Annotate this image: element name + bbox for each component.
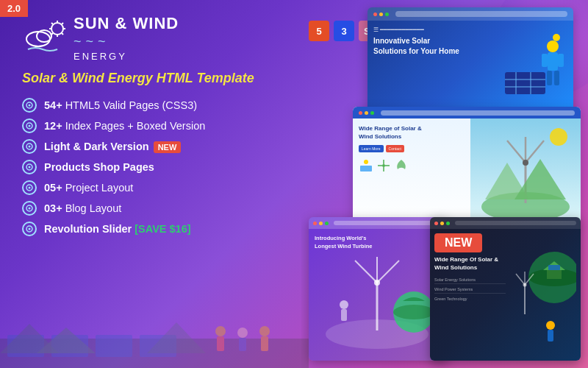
feature-item-3: Light & Dark VersionNEW (22, 139, 301, 154)
feature-icon-2 (22, 118, 37, 133)
new-badge: NEW (154, 141, 182, 153)
svg-line-74 (516, 274, 525, 285)
dot-red-bl (313, 222, 317, 225)
mockup-mid-buttons: Learn More Contact (359, 145, 465, 152)
svg-line-9 (51, 23, 53, 24)
svg-point-87 (237, 328, 248, 338)
icon-solar (359, 158, 373, 173)
svg-point-57 (550, 128, 567, 146)
feature-list: 54+ HTML5 Valid Pages (CSS3) 12+ Index P… (22, 98, 301, 236)
svg-line-11 (62, 23, 63, 24)
svg-point-89 (259, 326, 270, 336)
feature-icon-1 (22, 98, 37, 113)
br-feat-2: Wind Power Systems (434, 286, 506, 294)
mockup-container: ☰ ━━━━━━━━━━━━ Innovative Solar Solution… (301, 0, 588, 368)
svg-rect-79 (548, 330, 553, 342)
svg-point-85 (215, 326, 226, 336)
feature-text-1: 54+ HTML5 Valid Pages (CSS3) (44, 99, 197, 111)
svg-point-65 (393, 305, 434, 319)
feature-icon-3 (22, 139, 37, 154)
dot-green (385, 13, 389, 16)
dot-yellow-mid (365, 111, 368, 115)
svg-rect-86 (217, 336, 224, 351)
svg-point-26 (29, 208, 31, 210)
mockup-br-features: Solar Energy Solutions Wind Power System… (434, 276, 506, 302)
svg-rect-71 (547, 270, 562, 279)
mockup-br-text-area: NEW Wide Range Of Solar & Wind Solutions… (434, 233, 506, 361)
svg-point-28 (29, 228, 31, 230)
dot-green-mid (370, 111, 374, 115)
logo-area: SUN & WIND ~~~ ENERGY (22, 15, 301, 62)
url-bar (395, 11, 567, 17)
svg-point-77 (523, 283, 527, 287)
feature-icon-5 (22, 180, 37, 195)
dot-yellow (379, 13, 383, 16)
feature-item-4: Products Shop Pages (22, 160, 301, 174)
bl-illustration (315, 253, 440, 349)
tagline: Solar & Wind Energy HTML Template (22, 71, 301, 86)
feature-icon-6 (22, 201, 37, 216)
logo-title: SUN & WIND (74, 15, 179, 32)
top-illustration (501, 32, 567, 105)
right-panel: ☰ ━━━━━━━━━━━━ Innovative Solar Solution… (301, 0, 588, 368)
mockup-top-hero: Innovative Solar Solutions for Your Home (373, 36, 462, 57)
people-strip (0, 316, 309, 368)
br-feat-3: Green Technology (434, 295, 506, 302)
feature-icon-4 (22, 160, 37, 174)
svg-point-20 (29, 146, 31, 148)
mockup-br-header (430, 217, 581, 229)
left-panel: SUN & WIND ~~~ ENERGY Solar & Wind Energ… (22, 15, 301, 242)
svg-point-54 (523, 160, 528, 166)
logo-wave: ~~~ (74, 34, 179, 49)
dot-yellow-br (440, 222, 444, 225)
svg-point-4 (51, 23, 63, 35)
feature-item-5: 05+ Project Layout (22, 180, 301, 195)
svg-point-29 (547, 40, 559, 52)
people-svg (0, 316, 309, 368)
feature-text-4: Products Shop Pages (44, 161, 154, 173)
mockup-mid-hero: Wide Range of Solar & Wind Solutions (359, 124, 425, 141)
dot-green-bl (325, 222, 329, 225)
mockup-mid-illustration (470, 118, 581, 224)
svg-line-10 (62, 33, 63, 35)
mockup-mid-header (353, 107, 581, 118)
svg-point-24 (29, 187, 31, 189)
svg-rect-30 (548, 52, 558, 71)
icon-eco (394, 158, 409, 173)
mid-svg (470, 118, 581, 224)
svg-line-60 (355, 261, 377, 283)
btn-learn: Learn More (359, 145, 384, 152)
svg-point-42 (364, 160, 368, 164)
version-badge: 2.0 (0, 0, 28, 17)
mockup-bl-body: Introducing World's Longest Wind Turbine (309, 229, 448, 358)
svg-rect-31 (542, 54, 548, 67)
dot-green-br (446, 222, 450, 225)
svg-point-40 (553, 34, 560, 41)
svg-point-22 (29, 166, 31, 169)
mockup-bottom-right: NEW Wide Range Of Solar & Wind Solutions… (430, 217, 581, 361)
svg-point-78 (546, 321, 555, 330)
logo-icon (22, 18, 74, 59)
feature-icon-7 (22, 222, 37, 236)
svg-rect-88 (239, 338, 246, 351)
svg-rect-34 (554, 71, 559, 85)
mockup-top-header (368, 7, 573, 21)
mockup-br-hero: Wide Range Of Solar & Wind Solutions (434, 255, 506, 272)
mockup-mid-icons (359, 158, 465, 173)
logo-subtitle: ENERGY (74, 51, 179, 62)
svg-point-43 (382, 164, 385, 167)
mockup-mid-text-area: Wide Range of Solar & Wind Solutions Lea… (353, 118, 470, 224)
mockup-bottom-left: Introducing World's Longest Wind Turbine (309, 217, 448, 361)
feature-text-7: Revolution Slider [SAVE $16] (44, 223, 191, 235)
mockup-br-illustration (510, 233, 576, 361)
dot-red-br (434, 222, 438, 225)
feature-item-1: 54+ HTML5 Valid Pages (CSS3) (22, 98, 301, 113)
svg-rect-35 (505, 72, 545, 94)
url-bar-bl (334, 221, 444, 225)
br-feat-1: Solar Energy Solutions (434, 276, 506, 284)
url-bar-br (455, 221, 576, 225)
dot-red (373, 13, 377, 16)
svg-point-18 (29, 125, 31, 127)
mockup-top: ☰ ━━━━━━━━━━━━ Innovative Solar Solution… (368, 7, 573, 121)
feature-text-6: 03+ Blog Layout (44, 202, 121, 214)
